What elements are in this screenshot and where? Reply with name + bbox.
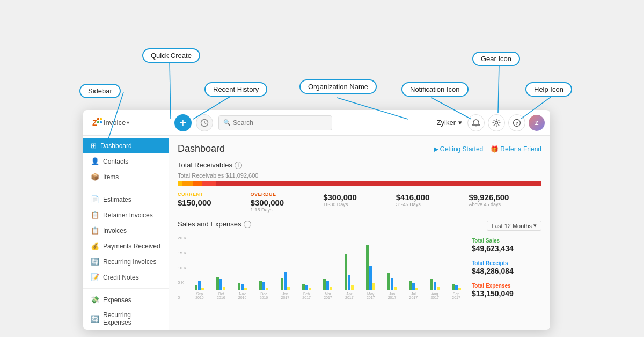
org-name-annotation: Organization Name [299,79,377,94]
gear-button[interactable] [488,114,505,131]
refer-friend-link[interactable]: 🎁 Refer a Friend [491,145,541,153]
bar-blue-8 [369,266,372,290]
quick-create-annotation: Quick Create [142,48,200,63]
org-name-selector[interactable]: Zylker ▾ [437,119,462,127]
rb-overdue-label: OVERDUE [251,192,318,197]
search-input[interactable] [233,119,327,127]
bar-green-10 [409,281,412,290]
y-label-20k: 20 K [178,236,186,240]
bar-green-3 [259,281,262,290]
sidebar-label-contacts: Contacts [103,158,128,165]
receivables-bar [178,181,541,186]
sidebar-item-contacts[interactable]: 👤 Contacts [83,153,169,169]
bar-yellow-12 [458,288,461,290]
sidebar-label-dashboard: Dashboard [100,142,132,150]
bar-yellow-9 [394,287,397,290]
notification-button[interactable] [467,114,485,131]
chart-col-bars-9 [387,237,397,290]
contacts-icon: 👤 [91,157,99,165]
estimates-icon: 📄 [91,195,99,203]
svg-rect-9 [97,118,99,120]
credit-icon: 📝 [91,273,99,281]
invoices-icon: 📋 [91,226,99,235]
bar-yellow-6 [330,287,332,290]
chart-col-6: Mar 2017 [318,237,338,300]
chart-col-bars-8 [366,237,375,290]
sidebar-item-items[interactable]: 📦 Items [83,169,169,185]
chart-legend: Total Sales $49,623,434 Total Receipts $… [466,236,541,300]
items-icon: 📦 [91,173,99,181]
chart-col-10: Jul 2017 [403,237,423,300]
chart-y-labels: 20 K 15 K 10 K 5 K 0 [178,236,186,300]
bar-yellow-5 [309,288,311,290]
brand-logo: Z [92,117,104,129]
sidebar-item-recurring-expenses[interactable]: 🔄 Recurring Expenses [83,307,169,330]
bar-green-1 [216,277,219,290]
sidebar-label-payments: Payments Received [103,243,160,250]
bar-blue-0 [198,281,201,290]
rb-above45-amount: $9,926,600 [469,193,536,202]
org-chevron-icon: ▾ [458,119,462,127]
chart-col-bars-2 [238,237,247,290]
sales-expenses-section: Sales and Expenses i Last 12 Months ▾ 20… [178,220,541,300]
getting-started-link[interactable]: ▶ Getting Started [434,145,484,153]
bar-above45 [216,181,541,186]
bar-blue-3 [262,282,265,290]
chart-area: 20 K 15 K 10 K 5 K 0 Sep 2016Oct 2016Nov… [178,236,541,300]
legend-receipts-label: Total Receipts [472,260,541,266]
chart-bars: 20 K 15 K 10 K 5 K 0 Sep 2016Oct 2016Nov… [178,236,466,300]
top-bar: Z Invoice ▾ + [83,110,550,136]
rb-above45-sub: Above 45 days [469,202,536,207]
bar-blue-5 [305,285,308,290]
quick-create-button[interactable]: + [174,114,192,131]
payments-icon: 💰 [91,242,99,250]
sidebar-label-estimates: Estimates [103,196,131,203]
sidebar-item-payments[interactable]: 💰 Payments Received [83,238,169,254]
chart-col-0: Sep 2016 [189,237,210,300]
bar-blue-6 [326,281,329,290]
total-receivables-section: Total Receivables i Total Receivables $1… [178,161,541,213]
bar-yellow-4 [287,287,290,290]
chart-col-2: Nov 2016 [232,237,253,300]
legend-sales-label: Total Sales [472,238,541,244]
svg-point-17 [495,121,498,124]
rb-current: CURRENT $150,000 [178,192,251,213]
chart-col-7: Apr 2017 [339,237,360,300]
sidebar-item-dashboard[interactable]: ⊞ Dashboard [83,138,169,153]
sidebar-item-credit[interactable]: 📝 Credit Notes [83,269,169,285]
bar-green-12 [452,284,455,290]
sidebar-item-retainer[interactable]: 📋 Retainer Invoices [83,207,169,223]
rb-16to30-sub: 16-30 Days [323,202,391,207]
chart-col-bars-11 [430,237,440,290]
sidebar-label-expenses: Expenses [103,296,131,304]
rb-16to30: $300,000 16-30 Days [323,192,396,213]
bar-green-9 [387,273,390,290]
rb-overdue-1: OVERDUE $300,000 1-15 Days [251,192,324,213]
sidebar-item-expenses[interactable]: 💸 Expenses [83,292,169,307]
clock-icon [200,119,209,127]
sidebar-label-recurring: Recurring Invoices [103,258,156,266]
sidebar-item-invoices[interactable]: 📋 Invoices [83,223,169,238]
chart-col-bars-4 [281,237,290,290]
bar-blue-12 [455,285,458,290]
avatar-button[interactable]: Z [529,115,545,131]
svg-rect-10 [100,118,102,120]
recent-history-button[interactable] [196,114,213,131]
chart-col-label-4: Jan 2017 [281,292,290,300]
sidebar-item-estimates[interactable]: 📄 Estimates [83,192,169,207]
svg-line-5 [498,64,499,113]
se-period-selector[interactable]: Last 12 Months ▾ [487,221,541,231]
help-button[interactable]: ? [508,114,525,131]
bar-green-5 [302,284,305,290]
chart-col-bars-6 [323,237,332,290]
bar-blue-4 [284,272,287,290]
sidebar-item-recurring[interactable]: 🔄 Recurring Invoices [83,254,169,269]
chart-col-bars-12 [452,237,461,290]
brand-area[interactable]: Z Invoice ▾ [89,117,174,129]
bar-yellow-8 [372,283,375,290]
chart-col-label-7: Apr 2017 [345,292,354,300]
chart-col-bars-1 [216,237,225,290]
bar-1to15 [182,181,192,186]
brand-chevron-icon: ▾ [127,120,129,126]
sidebar-label-rec-expenses: Recurring Expenses [103,311,161,326]
